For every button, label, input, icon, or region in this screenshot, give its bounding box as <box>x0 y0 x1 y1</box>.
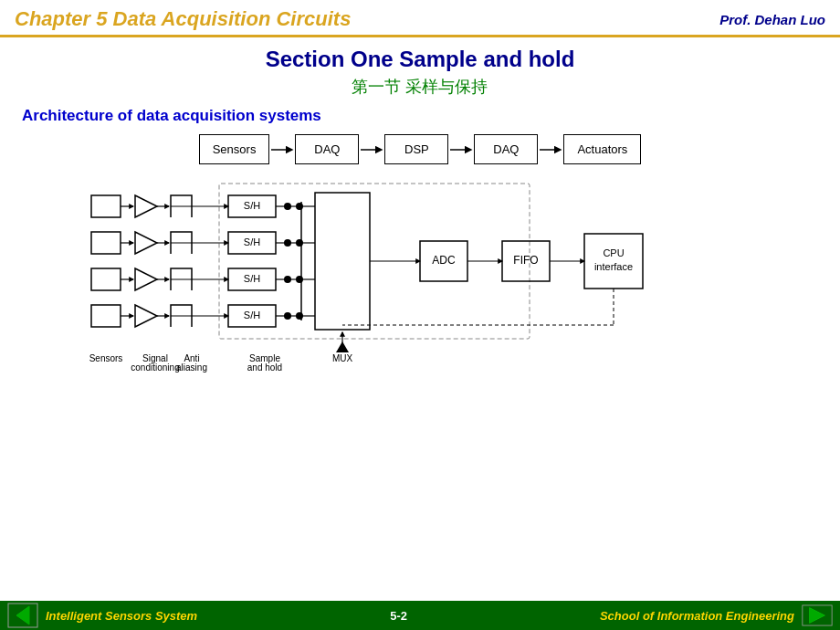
svg-marker-56 <box>336 341 349 352</box>
svg-point-44 <box>284 276 291 283</box>
next-nav-button[interactable] <box>802 603 833 628</box>
svg-marker-6 <box>135 195 157 217</box>
block-sensors: Sensors <box>199 134 270 164</box>
svg-marker-22 <box>135 268 157 290</box>
chapter-title: Chapter 5 Data Acquisition Circuits <box>15 7 351 31</box>
svg-rect-13 <box>91 232 121 254</box>
block-daq2: DAQ <box>474 134 538 164</box>
arrow-3 <box>448 141 474 159</box>
section-subtitle-chinese: 第一节 采样与保持 <box>0 76 840 98</box>
footer-center-text: 5-2 <box>390 609 407 623</box>
svg-text:S/H: S/H <box>244 310 260 320</box>
arrow-4 <box>538 141 563 159</box>
footer: Intelligent Sensors System 5-2 School of… <box>0 601 840 630</box>
svg-text:S/H: S/H <box>244 273 260 284</box>
svg-marker-30 <box>135 305 157 327</box>
svg-point-38 <box>284 203 291 210</box>
svg-rect-29 <box>91 305 121 327</box>
block-dsp: DSP <box>384 134 448 164</box>
prev-nav-button[interactable] <box>7 603 38 628</box>
footer-right-text: School of Information Engineering <box>600 609 794 623</box>
svg-text:aliasing: aliasing <box>176 362 207 373</box>
arrow-1 <box>269 141 295 159</box>
svg-text:CPU: CPU <box>603 247 624 258</box>
block-actuators: Actuators <box>563 134 641 164</box>
svg-text:MUX: MUX <box>332 353 353 363</box>
svg-rect-21 <box>91 268 121 290</box>
arrow-2 <box>359 141 384 159</box>
svg-text:ADC: ADC <box>432 254 456 267</box>
section-title: Section One Sample and hold <box>0 47 840 72</box>
svg-text:S/H: S/H <box>244 236 260 247</box>
footer-left-text: Intelligent Sensors System <box>46 609 197 623</box>
svg-text:FIFO: FIFO <box>513 254 538 267</box>
footer-left: Intelligent Sensors System <box>7 603 197 628</box>
block-daq1: DAQ <box>295 134 359 164</box>
arch-title: Architecture of data acquisition systems <box>0 107 840 125</box>
top-block-diagram: Sensors DAQ DSP DAQ Actuators <box>0 134 840 164</box>
svg-rect-5 <box>91 195 121 217</box>
svg-text:conditioning: conditioning <box>131 362 179 373</box>
svg-rect-50 <box>315 193 370 330</box>
svg-marker-14 <box>135 232 157 254</box>
author-name: Prof. Dehan Luo <box>719 12 825 27</box>
header: Chapter 5 Data Acquisition Circuits Prof… <box>0 0 840 35</box>
gold-divider <box>0 35 840 37</box>
svg-point-41 <box>284 239 291 247</box>
svg-point-47 <box>284 312 291 320</box>
svg-text:and hold: and hold <box>247 362 282 373</box>
svg-text:S/H: S/H <box>244 200 260 211</box>
svg-text:interface: interface <box>594 261 633 272</box>
footer-right: School of Information Engineering <box>600 603 833 628</box>
bottom-diagram-svg: S/H S/H S/H S/H <box>82 179 758 375</box>
bottom-diagram-container: S/H S/H S/H S/H <box>0 179 840 375</box>
svg-text:Sensors: Sensors <box>89 353 123 363</box>
